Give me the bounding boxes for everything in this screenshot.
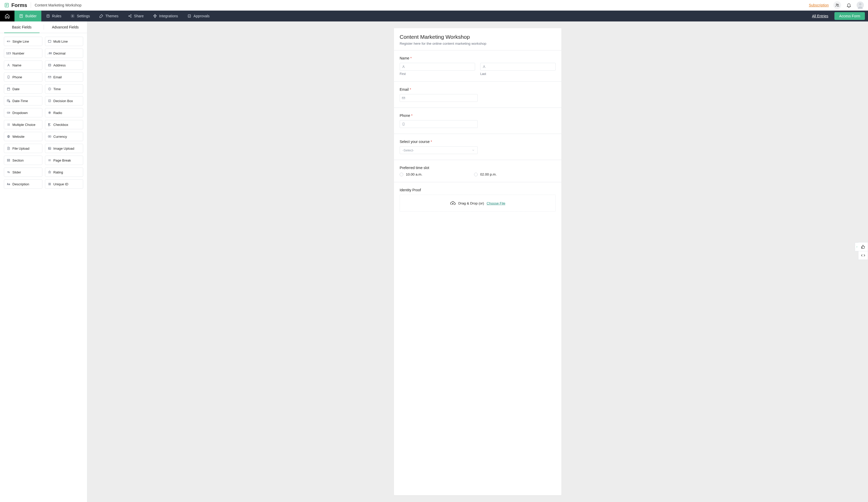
file-dropzone[interactable]: Drag & Drop (or) Choose File [400, 195, 556, 212]
field-dropdown[interactable]: Dropdown [4, 108, 42, 117]
field-single-line[interactable]: Single Line [4, 37, 42, 46]
right-rail [858, 242, 868, 260]
form-title-breadcrumb[interactable]: Content Marketing Workshop [34, 3, 81, 7]
rail-feedback-button[interactable] [858, 242, 868, 251]
section-name[interactable]: Name * First [394, 50, 561, 81]
svg-point-7 [72, 16, 73, 17]
forms-logo-icon [4, 2, 9, 8]
nav-tab-share[interactable]: Share [123, 11, 148, 21]
field-unique-id[interactable]: Unique ID [45, 179, 83, 189]
person-icon [402, 65, 405, 69]
svg-point-26 [49, 112, 50, 113]
field-label: Checkbox [53, 123, 69, 127]
svg-rect-30 [48, 136, 51, 137]
field-name[interactable]: Name [4, 60, 42, 70]
nav-tab-label: Integrations [159, 14, 178, 18]
field-address[interactable]: Address [45, 60, 83, 70]
notifications-button[interactable] [846, 2, 852, 8]
section-phone[interactable]: Phone * [394, 108, 561, 134]
field-checkbox[interactable]: Checkbox [45, 120, 83, 129]
nav-tab-settings[interactable]: Settings [66, 11, 94, 21]
field-slider[interactable]: Slider [4, 168, 42, 177]
dropzone-text: Drag & Drop (or) [458, 201, 484, 205]
chevron-right-icon [856, 246, 858, 248]
svg-point-16 [49, 64, 49, 65]
email-input[interactable] [400, 94, 478, 102]
people-icon [835, 3, 840, 8]
image-upload-icon [48, 147, 51, 150]
palette-tab-basic[interactable]: Basic Fields [0, 21, 44, 33]
palette-tab-advanced[interactable]: Advanced Fields [44, 21, 87, 33]
nav-tab-builder[interactable]: Builder [14, 11, 41, 21]
field-label: Address [53, 63, 66, 67]
field-label: File Upload [12, 147, 30, 150]
phone-icon [7, 75, 10, 79]
collaborators-button[interactable] [834, 1, 841, 9]
field-label: Time [53, 87, 61, 91]
field-file-upload[interactable]: File Upload [4, 144, 42, 153]
field-phone[interactable]: Phone [4, 72, 42, 82]
workspace: Basic Fields Advanced Fields Single Line… [0, 21, 868, 502]
form-card: Content Marketing Workshop Register here… [394, 28, 561, 495]
chevron-down-icon [472, 149, 475, 152]
home-button[interactable] [0, 11, 14, 21]
brand-logo[interactable]: Forms [4, 2, 27, 8]
rail-collapse-button[interactable] [855, 242, 858, 251]
course-select[interactable]: -Select- [400, 146, 478, 154]
palette-tab-label: Advanced Fields [52, 25, 79, 29]
palette-tabs: Basic Fields Advanced Fields [0, 21, 87, 33]
radio-dot [474, 173, 478, 176]
rail-embed-button[interactable] [858, 251, 868, 260]
field-decision-box[interactable]: Decision Box [45, 96, 83, 106]
field-date-time[interactable]: Date-Time [4, 96, 42, 106]
nav-tab-themes[interactable]: Themes [94, 11, 123, 21]
field-multi-line[interactable]: Multi Line [45, 37, 83, 46]
avatar-icon [857, 1, 864, 9]
field-radio[interactable]: Radio [45, 108, 83, 117]
field-multiple-choice[interactable]: Multiple Choice [4, 120, 42, 129]
canvas[interactable]: Content Marketing Workshop Register here… [87, 21, 868, 502]
field-label: Email [53, 75, 62, 79]
access-form-button[interactable]: Access Form [834, 12, 865, 20]
nav-tab-rules[interactable]: Rules [41, 11, 66, 21]
field-email[interactable]: Email [45, 72, 83, 82]
svg-point-14 [8, 64, 9, 65]
section-identity[interactable]: Identity Proof Drag & Drop (or) Choose F… [394, 182, 561, 218]
timeslot-opt-1[interactable]: 10.00 a.m. [400, 172, 422, 176]
main-nav: Builder Rules Settings Themes Share Inte… [0, 11, 868, 21]
timeslot-opt-2[interactable]: 02.00 p.m. [474, 172, 497, 176]
calendar-icon [7, 87, 10, 91]
topbar-right: Subscription [809, 1, 864, 9]
choose-file-link[interactable]: Choose File [487, 201, 505, 205]
field-website[interactable]: Website [4, 132, 42, 141]
section-email[interactable]: Email * [394, 81, 561, 108]
rules-icon [46, 14, 50, 18]
field-page-break[interactable]: Page Break [45, 155, 83, 165]
last-name-input[interactable] [480, 63, 556, 71]
first-name-input[interactable] [400, 63, 475, 71]
field-currency[interactable]: Currency [45, 132, 83, 141]
required-marker: * [431, 140, 432, 144]
field-time[interactable]: Time [45, 84, 83, 93]
form-header[interactable]: Content Marketing Workshop Register here… [394, 28, 561, 50]
nav-tab-integrations[interactable]: Integrations [148, 11, 183, 21]
field-image-upload[interactable]: Image Upload [45, 144, 83, 153]
field-decimal[interactable]: .00 Decimal [45, 49, 83, 58]
field-date[interactable]: Date [4, 84, 42, 93]
person-icon [482, 65, 486, 69]
all-entries-link[interactable]: All Entries [807, 11, 833, 21]
field-label: Name [12, 63, 21, 67]
svg-point-39 [484, 66, 485, 67]
section-course[interactable]: Select your course * -Select- [394, 134, 561, 160]
field-section[interactable]: Section [4, 155, 42, 165]
radio-label: 10.00 a.m. [406, 172, 422, 176]
section-timeslot[interactable]: Preferred time slot 10.00 a.m. 02.00 p.m… [394, 160, 561, 182]
field-description[interactable]: Aa Description [4, 179, 42, 189]
user-avatar[interactable] [857, 1, 864, 9]
phone-input[interactable] [400, 120, 478, 128]
nav-tab-approvals[interactable]: Approvals [183, 11, 214, 21]
field-number[interactable]: 123 Number [4, 49, 42, 58]
field-rating[interactable]: Rating [45, 168, 83, 177]
subscription-link[interactable]: Subscription [809, 3, 829, 7]
field-label: Slider [12, 170, 21, 174]
